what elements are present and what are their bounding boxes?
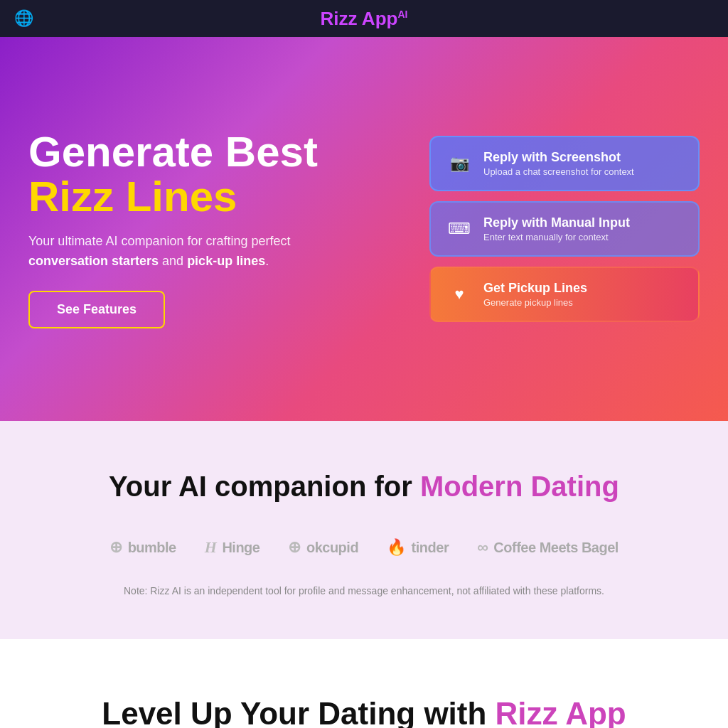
manual-card-subtitle: Enter text manually for context [483,232,630,242]
hero-left: Generate Best Rizz Lines Your ultimate A… [28,129,429,329]
cmb-icon: ∞ [477,538,488,557]
hero-heading-rizzlines: Rizz Lines [28,174,415,219]
screenshot-card-subtitle: Upload a chat screenshot for context [483,166,634,177]
level-up-plain: Level Up Your Dating with [102,696,495,728]
screenshot-card-text: Reply with Screenshot Upload a chat scre… [483,150,634,177]
hero-heading: Generate Best Rizz Lines [28,129,415,219]
modern-dating-title: Your AI companion for Modern Dating [28,471,700,503]
manual-icon: ⌨ [446,220,472,238]
pickup-card-text: Get Pickup Lines Generate pickup lines [483,281,587,308]
pickup-card-title: Get Pickup Lines [483,281,587,296]
screenshot-icon: 📷 [446,154,472,173]
hero-desc-prefix: Your ultimate AI companion for crafting … [28,234,291,248]
cmb-label: Coffee Meets Bagel [493,540,619,556]
modern-dating-title-plain: Your AI companion for [109,471,420,502]
platform-okcupid: ⊕ okcupid [288,538,358,557]
platform-note: Note: Rizz AI is an independent tool for… [122,585,606,596]
tinder-label: tinder [412,540,449,556]
title-rizz: Rizz App [321,8,398,29]
level-up-colored: Rizz App [496,696,626,728]
title-ai-sup: AI [397,9,407,20]
hero-desc-suffix: . [265,254,269,268]
tinder-icon: 🔥 [387,538,406,557]
see-features-button[interactable]: See Features [28,291,165,328]
reply-screenshot-button[interactable]: 📷 Reply with Screenshot Upload a chat sc… [429,136,700,191]
globe-icon[interactable]: 🌐 [14,9,33,28]
level-up-section: Level Up Your Dating with Rizz App [0,639,728,728]
hero-desc-bold1: conversation starters [28,254,159,268]
okcupid-label: okcupid [306,540,358,556]
bumble-icon: ⊕ [109,538,122,557]
okcupid-icon: ⊕ [288,538,301,557]
hero-heading-line2: Best [225,128,318,176]
platform-cmb: ∞ Coffee Meets Bagel [477,538,619,557]
hinge-icon: H [205,538,217,557]
modern-dating-section: Your AI companion for Modern Dating ⊕ bu… [0,421,728,639]
pickup-card-subtitle: Generate pickup lines [483,297,587,308]
platforms-list: ⊕ bumble H Hinge ⊕ okcupid 🔥 tinder ∞ Co… [28,538,700,557]
hero-right: 📷 Reply with Screenshot Upload a chat sc… [429,136,700,322]
hero-heading-line1: Generate [28,128,213,176]
manual-card-title: Reply with Manual Input [483,215,630,230]
platform-tinder: 🔥 tinder [387,538,449,557]
get-pickup-lines-button[interactable]: ♥ Get Pickup Lines Generate pickup lines [429,267,700,322]
navbar: 🌐 Rizz AppAI [0,0,728,37]
level-up-title: Level Up Your Dating with Rizz App [28,696,700,728]
screenshot-card-title: Reply with Screenshot [483,150,634,165]
reply-manual-button[interactable]: ⌨ Reply with Manual Input Enter text man… [429,201,700,257]
manual-card-text: Reply with Manual Input Enter text manua… [483,215,630,242]
platform-hinge: H Hinge [205,538,260,557]
hero-section: Generate Best Rizz Lines Your ultimate A… [0,37,728,421]
platform-bumble: ⊕ bumble [109,538,176,557]
site-title: Rizz AppAI [321,8,408,30]
hero-desc-bold2: pick-up lines [187,254,265,268]
bumble-label: bumble [128,540,176,556]
pickup-icon: ♥ [446,285,472,304]
hero-desc-and: and [159,254,187,268]
hinge-label: Hinge [222,540,259,556]
hero-description: Your ultimate AI companion for crafting … [28,232,299,272]
modern-dating-title-colored: Modern Dating [420,471,619,502]
